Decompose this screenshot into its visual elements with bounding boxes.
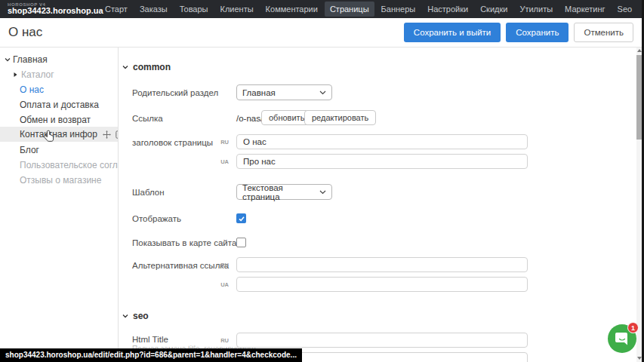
lang-ru-badge: RU bbox=[218, 337, 229, 344]
move-icon[interactable] bbox=[103, 130, 111, 139]
tree-item-label: Блог bbox=[20, 145, 39, 155]
scroll-down-icon[interactable] bbox=[636, 355, 642, 361]
page-edit-form: common Родительский раздел Главная Ссылк… bbox=[119, 48, 636, 362]
tree-item-payment-delivery[interactable]: Оплата и доставка bbox=[0, 98, 118, 111]
tree-item-about-us[interactable]: О нас bbox=[0, 83, 118, 96]
topbar-menu: Старт Заказы Товары Клиенты Комментарии … bbox=[100, 2, 644, 17]
topbar: HOROSHOP V4 shop34423.horoshop.ua Старт … bbox=[0, 0, 644, 18]
link-value: /o-nas/ bbox=[236, 114, 263, 123]
chevron-down-icon bbox=[122, 313, 128, 319]
parent-section-select[interactable]: Главная bbox=[236, 84, 332, 100]
template-value: Текстовая страница bbox=[242, 183, 319, 201]
page-header: О нас Сохранить и выйти Сохранить Отмени… bbox=[0, 18, 644, 48]
chevron-right-icon[interactable] bbox=[12, 71, 19, 78]
logo-domain-label: shop34423.horoshop.ua bbox=[8, 7, 97, 16]
topbar-menu-settings[interactable]: Настройки bbox=[422, 2, 473, 17]
topbar-menu-products[interactable]: Товары bbox=[174, 2, 214, 17]
chevron-down-icon bbox=[319, 190, 326, 195]
scrollbar-thumb[interactable] bbox=[636, 55, 642, 140]
section-seo-label: seo bbox=[133, 311, 149, 321]
tree-item-contact-info[interactable]: Контактная инфор bbox=[0, 127, 118, 142]
link-edit-button[interactable]: редактировать bbox=[304, 110, 376, 125]
page-title-ua-input[interactable] bbox=[236, 154, 528, 169]
sitemap-label: Показывать в карте сайта bbox=[132, 238, 236, 247]
topbar-menu-pages[interactable]: Страницы bbox=[325, 2, 374, 17]
link-status-url: shop34423.horoshop.ua/edit/edit.php?id=6… bbox=[0, 348, 302, 362]
tree-item-label: Контактная инфор bbox=[20, 129, 97, 140]
page-title-ru-input[interactable] bbox=[236, 134, 528, 149]
alt-link-label: Альтернативная ссылка bbox=[132, 261, 229, 270]
topbar-menu-start[interactable]: Старт bbox=[100, 2, 133, 17]
tree-item-label: Главная bbox=[13, 54, 48, 65]
tree-item-label: О нас bbox=[20, 84, 44, 95]
header-buttons: Сохранить и выйти Сохранить Отменить bbox=[404, 23, 633, 42]
chevron-down-icon bbox=[319, 90, 326, 95]
display-label: Отображать bbox=[132, 214, 181, 223]
tree-item-label: Обмен и возврат bbox=[20, 115, 91, 125]
parent-section-value: Главная bbox=[242, 88, 276, 97]
topbar-menu-marketing[interactable]: Маркетинг bbox=[559, 2, 610, 17]
template-select[interactable]: Текстовая страница bbox=[236, 184, 332, 200]
save-button[interactable]: Сохранить bbox=[506, 23, 569, 42]
topbar-menu-comments[interactable]: Комментарии bbox=[260, 2, 323, 17]
tree-item-label: Оплата и доставка bbox=[20, 100, 99, 110]
tree-item-user-agreement[interactable]: Пользовательское соглашение bbox=[0, 158, 118, 171]
tree-item-store-reviews[interactable]: Отзывы о магазине bbox=[0, 173, 118, 186]
html-title-label: Html Title bbox=[132, 335, 168, 344]
pages-tree: Главная Каталог О нас Оплата и доставка … bbox=[0, 48, 118, 362]
tree-item-exchange-return[interactable]: Обмен и возврат bbox=[0, 113, 118, 126]
tree-item-catalog[interactable]: Каталог bbox=[0, 68, 118, 81]
topbar-menu-discounts[interactable]: Скидки bbox=[475, 2, 513, 17]
tree-item-label: Отзывы о магазине bbox=[20, 175, 101, 186]
section-seo[interactable]: seo bbox=[122, 311, 149, 321]
section-common[interactable]: common bbox=[122, 62, 171, 72]
tree-item-home[interactable]: Главная bbox=[0, 53, 118, 66]
lang-ru-badge: RU bbox=[218, 139, 229, 146]
alt-link-ua-input[interactable] bbox=[236, 277, 528, 292]
admin-page: HOROSHOP V4 shop34423.horoshop.ua Старт … bbox=[0, 0, 644, 362]
html-title-ru-input[interactable] bbox=[236, 333, 528, 348]
page-title: О нас bbox=[8, 25, 42, 40]
scroll-up-icon[interactable] bbox=[636, 48, 642, 54]
save-and-exit-button[interactable]: Сохранить и выйти bbox=[404, 23, 501, 42]
alt-link-ru-input[interactable] bbox=[236, 257, 528, 272]
chevron-down-icon[interactable] bbox=[4, 56, 11, 63]
section-common-label: common bbox=[133, 62, 171, 72]
topbar-menu-utilities[interactable]: Утилиты bbox=[514, 2, 558, 17]
vertical-scrollbar[interactable] bbox=[636, 48, 642, 362]
chat-bubble-icon bbox=[615, 332, 630, 345]
lang-ru-badge: RU bbox=[218, 262, 229, 268]
page-title-field-label: заголовок страницы bbox=[132, 138, 213, 147]
topbar-menu-seo[interactable]: Seo bbox=[612, 2, 638, 17]
lang-ua-badge: UA bbox=[218, 158, 229, 165]
sitemap-checkbox[interactable] bbox=[236, 238, 246, 247]
template-label: Шаблон bbox=[132, 188, 165, 197]
topbar-menu-orders[interactable]: Заказы bbox=[134, 2, 173, 17]
tree-item-label: Каталог bbox=[21, 69, 54, 80]
topbar-menu-clients[interactable]: Клиенты bbox=[215, 2, 259, 17]
cancel-button[interactable]: Отменить bbox=[574, 23, 633, 42]
topbar-menu-banners[interactable]: Баннеры bbox=[376, 2, 421, 17]
logo[interactable]: HOROSHOP V4 shop34423.horoshop.ua bbox=[8, 2, 97, 16]
parent-section-label: Родительский раздел bbox=[132, 88, 218, 97]
tree-item-blog[interactable]: Блог bbox=[0, 143, 118, 156]
check-icon bbox=[238, 215, 245, 222]
link-label: Ссылка bbox=[132, 114, 163, 123]
display-checkbox[interactable] bbox=[236, 213, 246, 223]
chat-unread-badge: 1 bbox=[627, 322, 639, 333]
lang-ua-badge: UA bbox=[218, 281, 229, 288]
chat-widget-button[interactable]: 1 bbox=[608, 324, 636, 353]
chevron-down-icon bbox=[122, 64, 128, 70]
